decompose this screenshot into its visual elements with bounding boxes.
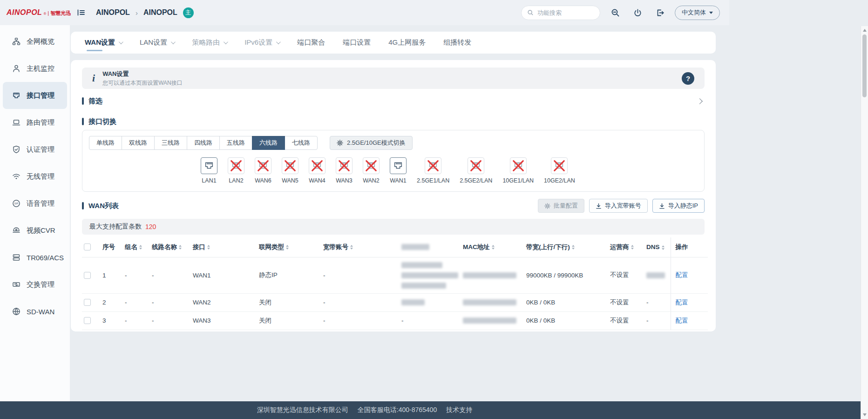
language-selector[interactable]: 中文简体 <box>675 6 720 20</box>
line-mode-7[interactable]: 七线路 <box>285 136 318 150</box>
row-checkbox[interactable] <box>84 299 91 306</box>
error-x-icon <box>284 159 297 172</box>
line-mode-6[interactable]: 六线路 <box>252 136 285 150</box>
port-wan5[interactable]: WAN5 <box>282 157 298 184</box>
breadcrumb-item-device[interactable]: AINOPOL <box>96 8 130 17</box>
chevron-down-icon <box>276 40 281 44</box>
function-search[interactable] <box>521 6 600 20</box>
wan-list-title: WAN列表 <box>88 202 119 210</box>
port-10ge1[interactable]: 10GE1/LAN <box>502 157 534 184</box>
sidebar-item-label: 语音管理 <box>27 199 54 208</box>
line-mode-1[interactable]: 单线路 <box>89 136 122 150</box>
tab-port-aggregation[interactable]: 端口聚合 <box>297 38 325 47</box>
port-10ge2[interactable]: 10GE2/LAN <box>544 157 575 184</box>
logout-button[interactable] <box>652 5 667 20</box>
col-interface[interactable]: 接口 <box>191 237 257 257</box>
primary-badge: 主 <box>183 7 194 18</box>
sip-icon: SIP <box>12 199 20 208</box>
line-mode-5[interactable]: 五线路 <box>219 136 252 150</box>
port-wan2[interactable]: WAN2 <box>363 157 380 184</box>
configure-link[interactable]: 配置 <box>676 299 688 306</box>
sort-icon[interactable] <box>492 245 495 250</box>
sidebar-item-switch-management[interactable]: 交换管理 <box>3 271 67 298</box>
footer-support-link[interactable]: 技术支持 <box>446 406 472 414</box>
chevron-right-icon[interactable] <box>697 98 703 104</box>
col-mac[interactable]: MAC地址 <box>461 237 524 257</box>
sort-icon[interactable] <box>139 245 142 250</box>
port-wan1[interactable]: WAN1 <box>390 157 407 184</box>
tab-4g-service[interactable]: 4G上网服务 <box>388 38 426 47</box>
tab-wan-settings[interactable]: WAN设置 <box>85 38 122 47</box>
col-bandwidth[interactable]: 带宽(上行/下行) <box>524 237 608 257</box>
sidebar-item-sd-wan[interactable]: SD-WAN <box>3 298 67 325</box>
ge-mode-switch-button[interactable]: 2.5GE/10GE模式切换 <box>330 136 413 150</box>
vertical-scrollbar[interactable] <box>861 26 868 419</box>
sidebar-item-tr069-acs[interactable]: TR069/ACS <box>3 244 67 271</box>
configure-link[interactable]: 配置 <box>676 271 688 278</box>
sidebar-item-voice-management[interactable]: SIP 语音管理 <box>3 190 67 217</box>
row-checkbox[interactable] <box>84 272 91 279</box>
sort-icon[interactable] <box>179 245 182 250</box>
redacted-value <box>463 318 516 324</box>
power-button[interactable] <box>630 5 645 20</box>
sidebar-collapse-button[interactable] <box>74 5 88 20</box>
tab-ipv6-settings[interactable]: IPv6设置 <box>244 38 279 47</box>
sort-icon[interactable] <box>631 245 634 250</box>
port-25ge2[interactable]: 2.5GE2/LAN <box>460 157 492 184</box>
sort-icon[interactable] <box>662 245 665 250</box>
sidebar-item-video-cvr[interactable]: 视频CVR <box>3 217 67 244</box>
col-dns[interactable]: DNS <box>644 237 671 257</box>
port-wan6[interactable]: WAN6 <box>255 157 271 184</box>
help-button[interactable]: ? <box>682 72 694 85</box>
col-label: 线路名称 <box>152 243 177 250</box>
col-net-type[interactable]: 联网类型 <box>257 237 321 257</box>
port-lan2[interactable]: LAN2 <box>228 157 244 184</box>
col-label: 运营商 <box>610 243 629 250</box>
sidebar-item-host-monitor[interactable]: 主机监控 <box>3 55 67 82</box>
tab-port-settings[interactable]: 端口设置 <box>343 38 371 47</box>
line-mode-3[interactable]: 三线路 <box>154 136 187 150</box>
port-label: WAN2 <box>363 177 380 184</box>
select-all-checkbox[interactable] <box>84 243 91 250</box>
interface-switch-card: 单线路 双线路 三线路 四线路 五线路 六线路 七线路 2.5GE/10GE模式… <box>82 130 705 192</box>
port-label: WAN3 <box>336 177 353 184</box>
tab-policy-routing[interactable]: 策略路由 <box>192 38 227 47</box>
scroll-down-arrow[interactable] <box>863 413 867 416</box>
scrollbar-thumb[interactable] <box>862 34 867 97</box>
batch-config-button[interactable]: 批量配置 <box>538 199 584 213</box>
tab-multicast-forwarding[interactable]: 组播转发 <box>443 38 471 47</box>
tab-lan-settings[interactable]: LAN设置 <box>140 38 174 47</box>
col-account[interactable]: 宽带账号 <box>321 237 400 257</box>
filter-section-header[interactable]: 筛选 <box>82 91 705 111</box>
search-icon <box>527 9 534 16</box>
line-mode-label: 六线路 <box>259 139 278 147</box>
row-checkbox[interactable] <box>84 317 91 324</box>
breadcrumb-item-node[interactable]: AINOPOL <box>143 8 177 17</box>
port-lan1[interactable]: LAN1 <box>201 157 217 184</box>
zoom-button[interactable] <box>608 5 623 20</box>
port-wan3[interactable]: WAN3 <box>336 157 353 184</box>
sidebar-item-routing-management[interactable]: 路由管理 <box>3 109 67 136</box>
port-wan4[interactable]: WAN4 <box>309 157 326 184</box>
sidebar-item-interface-management[interactable]: 接口管理 <box>3 82 67 109</box>
line-mode-2[interactable]: 双线路 <box>122 136 155 150</box>
main-content: WAN设置 LAN设置 策略路由 IPv6设置 端口聚合 端口设置 <box>70 25 729 331</box>
sidebar-item-auth-management[interactable]: 认证管理 <box>3 136 67 163</box>
sort-icon[interactable] <box>207 245 210 250</box>
import-static-ip-button[interactable]: 导入静态IP <box>652 199 705 213</box>
scroll-up-arrow[interactable] <box>863 29 867 32</box>
sort-icon[interactable] <box>350 245 353 250</box>
port-25ge1[interactable]: 2.5GE1/LAN <box>417 157 449 184</box>
search-input[interactable] <box>537 9 589 16</box>
import-broadband-button[interactable]: 导入宽带账号 <box>589 199 648 213</box>
sort-icon[interactable] <box>286 245 289 250</box>
col-group[interactable]: 组名 <box>123 237 150 257</box>
sidebar-item-wireless-management[interactable]: 无线管理 <box>3 163 67 190</box>
brand-tagline: 智慧光迅 <box>50 10 71 17</box>
configure-link[interactable]: 配置 <box>676 317 688 324</box>
line-mode-4[interactable]: 四线路 <box>187 136 220 150</box>
sort-icon[interactable] <box>572 245 575 250</box>
col-isp[interactable]: 运营商 <box>608 237 644 257</box>
col-line-name[interactable]: 线路名称 <box>150 237 191 257</box>
sidebar-item-network-overview[interactable]: 全网概览 <box>3 28 67 55</box>
